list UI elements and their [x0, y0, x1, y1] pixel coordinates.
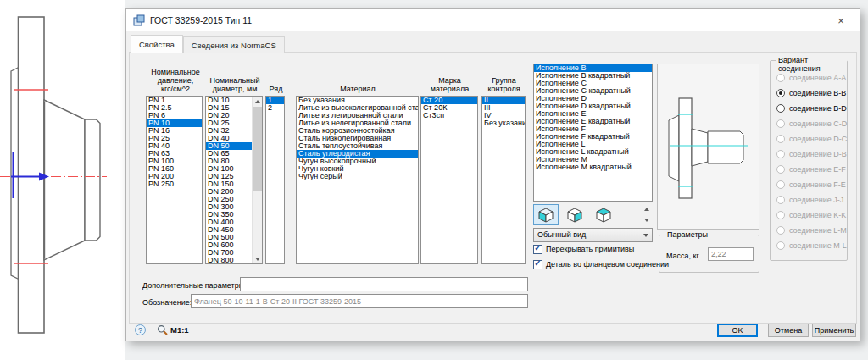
list-item[interactable]: DN 15 [206, 104, 252, 112]
list-item[interactable]: II [482, 97, 525, 104]
apply-button[interactable]: Применить [812, 324, 856, 337]
connection-radio[interactable]: соединение B-B [776, 86, 847, 101]
view-scroll-down-icon[interactable] [641, 215, 653, 225]
list-item[interactable]: Сталь низколегированная [297, 135, 418, 142]
list-item[interactable]: PN 40 [147, 142, 202, 150]
list-item[interactable]: PN 25 [147, 135, 202, 142]
list-item[interactable]: DN 500 [206, 234, 252, 241]
list-item[interactable]: DN 40 [206, 135, 252, 142]
list-item[interactable]: DN 10 [206, 97, 252, 104]
list-item[interactable]: Без указания [482, 119, 525, 127]
view-scroll-up-icon[interactable] [641, 204, 653, 214]
list-item[interactable]: Литье из нелегированной стали [297, 119, 418, 127]
list-item[interactable]: Сталь углеродистая [297, 150, 418, 158]
list-item[interactable]: Исполнение E квадратный [534, 118, 652, 125]
close-icon[interactable]: × [822, 9, 860, 31]
list-item[interactable]: Исполнение F [534, 125, 652, 133]
dialog-titlebar[interactable]: ГОСТ 33259-2015 Тип 11 × [126, 9, 860, 31]
list-item[interactable]: Исполнение F квадратный [534, 133, 652, 141]
list-item[interactable]: Исполнение E [534, 110, 652, 118]
list-item[interactable]: PN 2.5 [147, 104, 202, 112]
tab-properties[interactable]: Свойства [131, 35, 183, 53]
list-item[interactable]: Чугун ковкий [297, 165, 418, 173]
list-item[interactable]: Исполнение C [534, 80, 652, 87]
list-item[interactable]: PN 160 [147, 165, 202, 173]
list-item[interactable]: DN 100 [206, 165, 252, 173]
cube-side-face-icon[interactable] [562, 204, 587, 225]
list-item[interactable]: Чугун серый [297, 173, 418, 180]
list-item[interactable]: DN 150 [206, 180, 252, 188]
view-mode-select[interactable]: Обычный вид [533, 228, 653, 242]
scroll-up-icon[interactable] [253, 97, 263, 106]
list-item[interactable]: Исполнение B квадратный [534, 72, 652, 80]
scale-control[interactable]: М1:1 [157, 324, 189, 335]
list-item[interactable]: Без указания [297, 97, 418, 104]
designation-input[interactable] [191, 294, 528, 308]
list-item[interactable]: DN 125 [206, 173, 252, 180]
radio-label: соединение L-M [789, 226, 847, 235]
cancel-button[interactable]: Отмена [768, 324, 809, 337]
view-mode-value: Обычный вид [537, 230, 586, 239]
list-item[interactable]: DN 50 [206, 142, 252, 150]
list-item[interactable]: PN 10 [147, 119, 202, 127]
list-item[interactable]: DN 200 [206, 188, 252, 196]
list-item[interactable]: Исполнение D [534, 95, 652, 102]
list-item[interactable]: Литье из высоколегированной стали [297, 104, 418, 112]
list-item[interactable]: PN 200 [147, 173, 202, 180]
list-item[interactable]: Ст3сп [421, 112, 477, 119]
extra-params-input[interactable] [240, 277, 528, 291]
list-item[interactable]: Исполнение M [534, 156, 652, 163]
list-item[interactable]: DN 25 [206, 119, 252, 127]
help-icon[interactable]: ? [135, 324, 146, 335]
list-item[interactable]: DN 250 [206, 196, 252, 203]
list-item[interactable]: PN 100 [147, 158, 202, 165]
list-item[interactable]: Исполнение L квадратный [534, 148, 652, 156]
list-item[interactable]: DN 20 [206, 112, 252, 119]
list-item[interactable]: Исполнение L [534, 141, 652, 148]
list-item[interactable]: PN 16 [147, 127, 202, 135]
list-item[interactable]: III [482, 104, 525, 112]
list-item[interactable]: PN 250 [147, 180, 202, 188]
cube-front-face-icon[interactable] [533, 204, 559, 225]
mass-input[interactable] [708, 247, 754, 261]
list-item[interactable]: Исполнение B [534, 64, 652, 72]
list-item[interactable]: Ст 20 [421, 97, 477, 104]
list-item[interactable]: PN 63 [147, 150, 202, 158]
connection-radio[interactable]: соединение B-D [776, 101, 847, 116]
list-item[interactable]: DN 450 [206, 226, 252, 234]
list-item[interactable]: DN 600 [206, 241, 252, 249]
ok-button[interactable]: OK [717, 324, 758, 337]
dialog-app-icon [133, 14, 145, 26]
list-item[interactable]: DN 65 [206, 150, 252, 158]
list-item[interactable]: Исполнение M квадратный [534, 163, 652, 171]
radio-label: соединение C-D [789, 119, 847, 128]
list-item[interactable]: Ст 20К [421, 104, 477, 112]
option-checkbox[interactable]: ✓ Деталь во фланцевом соединении [533, 259, 669, 269]
list-item[interactable]: DN 350 [206, 211, 252, 219]
list-item[interactable]: DN 800 [206, 257, 252, 264]
cube-top-face-icon[interactable] [591, 204, 616, 225]
cad-canvas [0, 0, 125, 360]
scrollbar-thumb[interactable] [253, 107, 263, 191]
list-item[interactable]: DN 400 [206, 219, 252, 226]
list-item[interactable]: Сталь теплоустойчивая [297, 142, 418, 150]
list-item[interactable]: 2 [266, 104, 284, 112]
scroll-down-icon[interactable] [253, 254, 263, 263]
list-item[interactable]: DN 700 [206, 249, 252, 257]
option-checkbox[interactable]: ✓ Перекрывать примитивы [533, 244, 669, 254]
list-item[interactable]: DN 300 [206, 203, 252, 211]
list-item[interactable]: Сталь коррозионностойкая [297, 127, 418, 135]
list-item[interactable]: IV [482, 112, 525, 119]
list-item[interactable]: PN 6 [147, 112, 202, 119]
list-item[interactable]: Чугун высокопрочный [297, 158, 418, 165]
tab-normacs-info[interactable]: Сведения из NormaCS [183, 36, 285, 53]
list-item[interactable]: Исполнение C квадратный [534, 87, 652, 95]
list-item[interactable]: 1 [266, 97, 284, 104]
list-item[interactable]: DN 32 [206, 127, 252, 135]
list-item[interactable]: PN 1 [147, 97, 202, 104]
list-item[interactable]: Исполнение D квадратный [534, 102, 652, 110]
list-item[interactable]: Литье из легированной стали [297, 112, 418, 119]
radio-icon [776, 165, 785, 174]
list-item[interactable]: DN 80 [206, 158, 252, 165]
diameter-scrollbar[interactable] [252, 97, 262, 263]
